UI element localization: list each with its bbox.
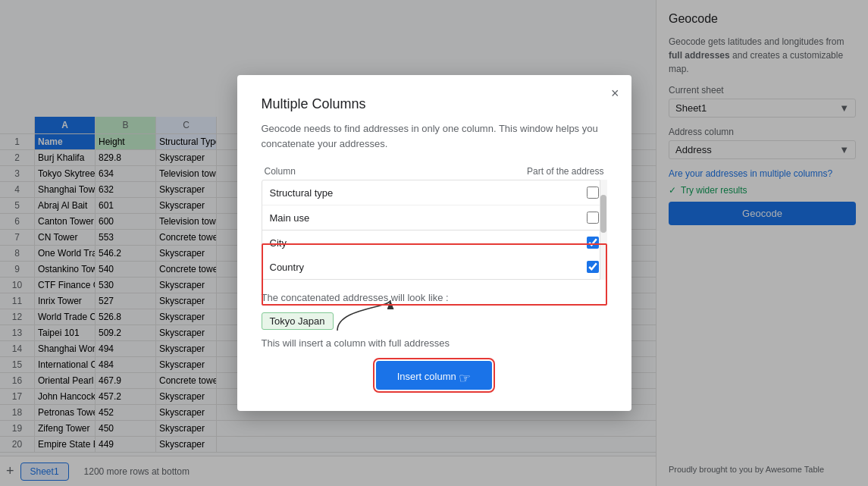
col-row-city: City [262,230,606,255]
concat-label: The concatenated addresses will look lik… [262,292,607,303]
concat-info: This will insert a column with full addr… [262,337,607,349]
concat-preview: Tokyo Japan [262,312,334,330]
col-check-mainuse[interactable] [587,212,599,224]
cursor-icon: ☞ [459,370,471,387]
scrollbar-thumb [600,195,606,233]
col-list-wrapper: Structural type Main use City Country [262,180,607,280]
scrollbar[interactable] [600,180,607,280]
arrow-diagram [330,293,421,338]
col-row-mainuse: Main use [262,205,606,230]
concat-preview-row: Tokyo Japan [262,308,607,334]
col-row-structural: Structural type [262,180,606,205]
concat-section: The concatenated addresses will look lik… [262,292,607,349]
col-list-headers: Column Part of the address [262,166,607,177]
col-check-city[interactable] [587,237,599,249]
modal-dialog: × Multiple Columns Geocode needs to find… [237,75,631,411]
col-list: Structural type Main use City Country [262,180,607,280]
col-check-country[interactable] [587,261,599,273]
modal-description: Geocode needs to find addresses in only … [262,121,607,151]
modal-title: Multiple Columns [262,96,607,112]
col-label-mainuse: Main use [270,212,310,224]
col-check-structural[interactable] [587,187,599,199]
col-row-country: Country [262,255,606,279]
modal-overlay: × Multiple Columns Geocode needs to find… [0,0,868,486]
col-label-structural: Structural type [270,187,334,199]
col-header-part: Part of the address [527,166,603,177]
insert-column-button[interactable]: Insert column ☞ [376,361,493,390]
col-label-country: Country [270,262,305,273]
modal-close-button[interactable]: × [611,86,619,102]
col-header-column: Column [265,166,296,177]
col-label-city: City [270,237,287,249]
